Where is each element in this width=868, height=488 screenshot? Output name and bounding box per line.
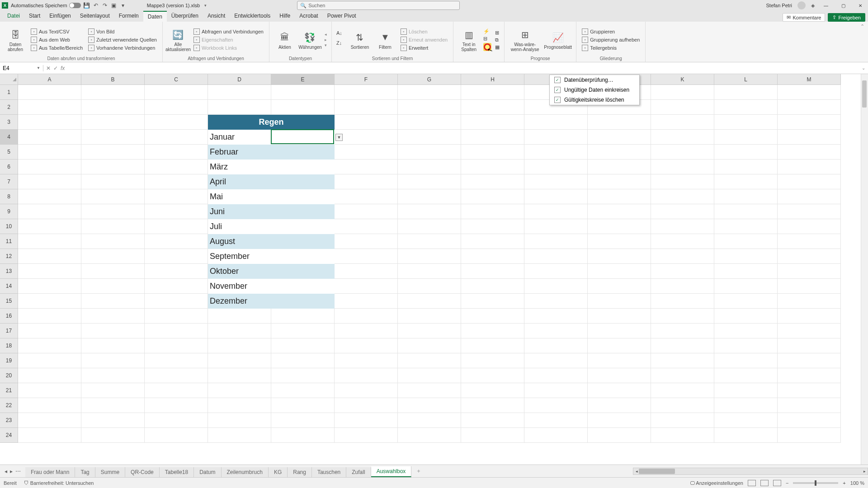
cell-G21[interactable] (398, 383, 461, 398)
cell-F22[interactable] (335, 398, 398, 413)
row-header-12[interactable]: 12 (0, 249, 18, 264)
zoom-slider[interactable] (793, 482, 838, 484)
comments-button[interactable]: ✉ Kommentare (783, 13, 825, 22)
row-header-4[interactable]: 4 (0, 130, 18, 145)
cell-L4[interactable] (714, 130, 778, 145)
cell-B11[interactable] (81, 234, 145, 249)
cell-B18[interactable] (81, 338, 145, 353)
cell-M11[interactable] (778, 234, 841, 249)
cell-G22[interactable] (398, 398, 461, 413)
cell-C23[interactable] (145, 413, 208, 428)
cell-A15[interactable] (18, 294, 81, 309)
cell-H5[interactable] (461, 145, 524, 160)
menu-tab-überprüfen[interactable]: Überprüfen (167, 11, 203, 22)
cell-G18[interactable] (398, 338, 461, 353)
namebox-dropdown-icon[interactable]: ▼ (37, 66, 40, 70)
cell-K24[interactable] (651, 428, 714, 443)
sheet-tab-tag[interactable]: Tag (75, 467, 95, 477)
menu-tab-power pivot[interactable]: Power Pivot (323, 11, 361, 22)
cell-A13[interactable] (18, 264, 81, 279)
cell-I20[interactable] (524, 368, 588, 383)
cell-J5[interactable] (588, 145, 651, 160)
cell-E21[interactable] (271, 383, 335, 398)
cell-G10[interactable] (398, 219, 461, 234)
cell-L24[interactable] (714, 428, 778, 443)
cell-L18[interactable] (714, 338, 778, 353)
cell-L7[interactable] (714, 174, 778, 189)
autosave-toggle[interactable]: Automatisches Speichern (11, 3, 81, 8)
month-cell-september[interactable]: September (208, 249, 271, 264)
menu-tab-hilfe[interactable]: Hilfe (275, 11, 295, 22)
cell-K15[interactable] (651, 294, 714, 309)
cell-B3[interactable] (81, 115, 145, 130)
save-icon[interactable]: 💾 (84, 2, 90, 9)
cell-D21[interactable] (208, 383, 271, 398)
cell-F5[interactable] (335, 145, 398, 160)
cell-A5[interactable] (18, 145, 81, 160)
sheet-next-icon[interactable]: ▸ (10, 468, 13, 474)
ribbon-collapse-icon[interactable]: ⌃ (857, 22, 868, 62)
cell-K23[interactable] (651, 413, 714, 428)
g1-item-0[interactable]: ▫Aus Text/CSV (30, 28, 84, 35)
cell-A9[interactable] (18, 204, 81, 219)
zoom-in-icon[interactable]: + (843, 480, 845, 486)
month-cell-mai[interactable]: Mai (208, 189, 271, 204)
cell-D20[interactable] (208, 368, 271, 383)
cell-M3[interactable] (778, 115, 841, 130)
cell-G20[interactable] (398, 368, 461, 383)
cell-M4[interactable] (778, 130, 841, 145)
cell-H18[interactable] (461, 338, 524, 353)
data-validation-button[interactable]: ↖ (483, 43, 491, 51)
cell-M2[interactable] (778, 100, 841, 115)
cell-F13[interactable] (335, 264, 398, 279)
cell-M6[interactable] (778, 160, 841, 174)
cell-K14[interactable] (651, 279, 714, 294)
select-all-corner[interactable] (0, 74, 18, 85)
g4-item-2[interactable]: ▫Erweitert (400, 44, 448, 52)
col-header-D[interactable]: D (208, 74, 271, 85)
cell-K16[interactable] (651, 309, 714, 324)
datatypes-more-icon[interactable]: ▾ (325, 43, 327, 47)
cell-A2[interactable] (18, 100, 81, 115)
cell-J15[interactable] (588, 294, 651, 309)
row-header-2[interactable]: 2 (0, 100, 18, 115)
row-header-22[interactable]: 22 (0, 398, 18, 413)
regen-cell-row-7[interactable] (271, 174, 335, 189)
cell-G4[interactable] (398, 130, 461, 145)
cell-I22[interactable] (524, 398, 588, 413)
col-header-L[interactable]: L (714, 74, 778, 85)
col-header-E[interactable]: E (271, 74, 335, 85)
cell-D22[interactable] (208, 398, 271, 413)
cell-F9[interactable] (335, 204, 398, 219)
view-page-layout-icon[interactable] (760, 480, 769, 486)
cell-L19[interactable] (714, 353, 778, 368)
sheet-tab-tabelle18[interactable]: Tabelle18 (160, 467, 194, 477)
cell-M16[interactable] (778, 309, 841, 324)
cell-K8[interactable] (651, 189, 714, 204)
get-data-button[interactable]: 🗄 Daten abrufen (5, 23, 26, 56)
row-header-8[interactable]: 8 (0, 189, 18, 204)
cell-K6[interactable] (651, 160, 714, 174)
col-header-C[interactable]: C (145, 74, 208, 85)
cell-K18[interactable] (651, 338, 714, 353)
cell-L15[interactable] (714, 294, 778, 309)
month-cell-februar[interactable]: Februar (208, 145, 271, 160)
whatif-button[interactable]: ⊞ Was-wäre-wenn-Analyse (509, 23, 541, 56)
cell-J11[interactable] (588, 234, 651, 249)
cell-B8[interactable] (81, 189, 145, 204)
cell-J19[interactable] (588, 353, 651, 368)
regen-cell-row-5[interactable] (271, 145, 335, 160)
cell-B14[interactable] (81, 279, 145, 294)
col-header-F[interactable]: F (335, 74, 398, 85)
cell-L6[interactable] (714, 160, 778, 174)
cell-B12[interactable] (81, 249, 145, 264)
cell-C10[interactable] (145, 219, 208, 234)
cell-G5[interactable] (398, 145, 461, 160)
cell-C16[interactable] (145, 309, 208, 324)
cell-L22[interactable] (714, 398, 778, 413)
cell-H14[interactable] (461, 279, 524, 294)
cell-D1[interactable] (208, 85, 271, 100)
row-header-24[interactable]: 24 (0, 428, 18, 443)
forecast-sheet-button[interactable]: 📈 Prognoseblatt (544, 23, 571, 56)
cell-K20[interactable] (651, 368, 714, 383)
